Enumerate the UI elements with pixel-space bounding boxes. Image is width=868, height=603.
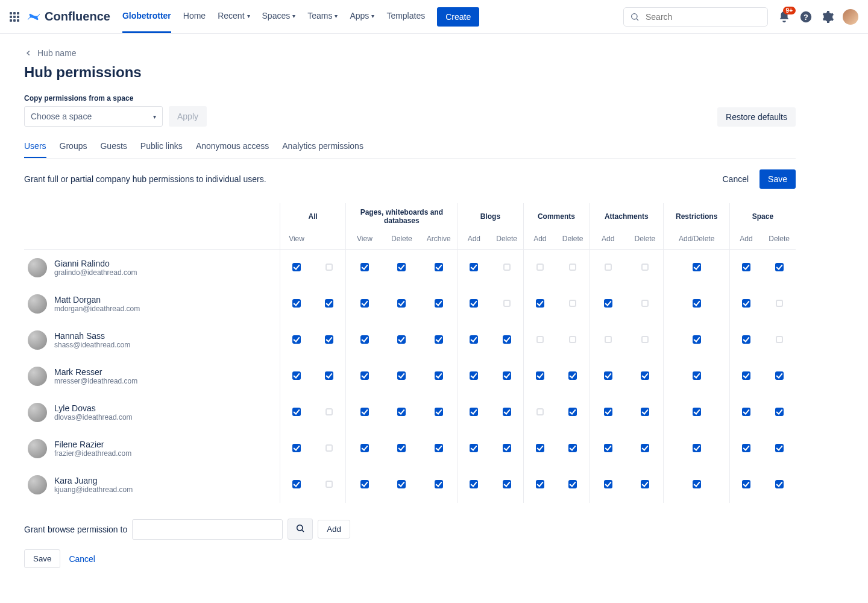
- notifications-icon[interactable]: 9+: [778, 10, 791, 24]
- permission-checkbox[interactable]: [435, 444, 443, 452]
- permission-checkbox[interactable]: [742, 480, 750, 488]
- permission-checkbox[interactable]: [503, 264, 511, 271]
- permission-checkbox[interactable]: [742, 263, 750, 271]
- permission-checkbox[interactable]: [641, 300, 649, 307]
- permission-checkbox[interactable]: [292, 299, 301, 308]
- permission-checkbox[interactable]: [470, 408, 478, 416]
- permission-checkbox[interactable]: [435, 263, 443, 271]
- permission-checkbox[interactable]: [503, 371, 511, 380]
- permission-checkbox[interactable]: [470, 263, 478, 271]
- permission-checkbox[interactable]: [641, 336, 649, 343]
- restore-defaults-button[interactable]: Restore defaults: [717, 107, 796, 127]
- permission-checkbox[interactable]: [470, 299, 478, 308]
- apply-button[interactable]: Apply: [169, 106, 207, 127]
- permission-checkbox[interactable]: [435, 480, 443, 488]
- permission-checkbox[interactable]: [568, 371, 577, 380]
- search-input[interactable]: [644, 11, 761, 22]
- permission-checkbox[interactable]: [503, 335, 511, 344]
- permission-checkbox[interactable]: [326, 408, 333, 415]
- nav-item-recent[interactable]: Recent▾: [218, 0, 250, 33]
- permission-checkbox[interactable]: [435, 335, 443, 344]
- tab-public-links[interactable]: Public links: [140, 141, 183, 158]
- permission-checkbox[interactable]: [503, 408, 511, 416]
- permission-checkbox[interactable]: [325, 335, 333, 344]
- permission-checkbox[interactable]: [536, 408, 544, 415]
- permission-checkbox[interactable]: [435, 299, 443, 308]
- permission-checkbox[interactable]: [470, 335, 478, 344]
- nav-item-apps[interactable]: Apps▾: [350, 0, 374, 33]
- grant-browse-input[interactable]: [132, 519, 283, 540]
- permission-checkbox[interactable]: [693, 444, 701, 452]
- bottom-cancel-button[interactable]: Cancel: [69, 554, 95, 564]
- permission-checkbox[interactable]: [360, 444, 369, 452]
- permission-checkbox[interactable]: [776, 336, 783, 343]
- permission-checkbox[interactable]: [360, 371, 369, 380]
- permission-checkbox[interactable]: [536, 264, 544, 271]
- permission-checkbox[interactable]: [775, 263, 784, 271]
- permission-checkbox[interactable]: [360, 408, 369, 416]
- permission-checkbox[interactable]: [605, 336, 612, 343]
- permission-checkbox[interactable]: [397, 480, 406, 488]
- nav-item-spaces[interactable]: Spaces▾: [262, 0, 296, 33]
- permission-checkbox[interactable]: [503, 300, 511, 307]
- nav-item-templates[interactable]: Templates: [386, 0, 425, 33]
- profile-avatar[interactable]: [843, 9, 858, 25]
- permission-checkbox[interactable]: [397, 371, 406, 380]
- permission-checkbox[interactable]: [435, 408, 443, 416]
- permission-checkbox[interactable]: [536, 371, 544, 380]
- permission-checkbox[interactable]: [292, 371, 301, 380]
- permission-checkbox[interactable]: [360, 263, 369, 271]
- permission-checkbox[interactable]: [776, 300, 783, 307]
- bottom-save-button[interactable]: Save: [24, 549, 60, 568]
- permission-checkbox[interactable]: [569, 300, 576, 307]
- tab-anonymous-access[interactable]: Anonymous access: [196, 141, 269, 158]
- permission-checkbox[interactable]: [568, 408, 577, 416]
- permission-checkbox[interactable]: [292, 480, 301, 488]
- permission-checkbox[interactable]: [397, 299, 406, 308]
- permission-checkbox[interactable]: [536, 480, 544, 488]
- permission-checkbox[interactable]: [693, 371, 701, 380]
- permission-checkbox[interactable]: [775, 408, 784, 416]
- nav-item-home[interactable]: Home: [183, 0, 206, 33]
- permission-checkbox[interactable]: [693, 299, 701, 308]
- grant-add-button[interactable]: Add: [318, 520, 350, 538]
- permission-checkbox[interactable]: [292, 408, 301, 416]
- app-switcher-icon[interactable]: [10, 12, 19, 22]
- permission-checkbox[interactable]: [604, 371, 612, 380]
- permission-checkbox[interactable]: [326, 481, 333, 488]
- permission-checkbox[interactable]: [604, 480, 612, 488]
- save-button[interactable]: Save: [760, 169, 796, 189]
- permission-checkbox[interactable]: [360, 299, 369, 308]
- breadcrumb[interactable]: Hub name: [24, 48, 796, 58]
- permission-checkbox[interactable]: [326, 444, 333, 452]
- permission-checkbox[interactable]: [569, 336, 576, 343]
- permission-checkbox[interactable]: [503, 480, 511, 488]
- permission-checkbox[interactable]: [536, 336, 544, 343]
- permission-checkbox[interactable]: [470, 371, 478, 380]
- permission-checkbox[interactable]: [292, 444, 301, 452]
- permission-checkbox[interactable]: [470, 480, 478, 488]
- permission-checkbox[interactable]: [503, 444, 511, 452]
- permission-checkbox[interactable]: [775, 371, 784, 380]
- choose-space-select[interactable]: Choose a space ▾: [24, 106, 163, 127]
- permission-checkbox[interactable]: [470, 444, 478, 452]
- permission-checkbox[interactable]: [641, 480, 649, 488]
- permission-checkbox[interactable]: [397, 335, 406, 344]
- permission-checkbox[interactable]: [693, 480, 701, 488]
- permission-checkbox[interactable]: [641, 371, 649, 380]
- confluence-logo[interactable]: Confluence: [27, 10, 110, 24]
- search-input-wrapper[interactable]: [623, 7, 768, 27]
- permission-checkbox[interactable]: [775, 480, 784, 488]
- create-button[interactable]: Create: [437, 7, 479, 27]
- permission-checkbox[interactable]: [397, 408, 406, 416]
- permission-checkbox[interactable]: [325, 299, 333, 308]
- permission-checkbox[interactable]: [292, 263, 301, 271]
- permission-checkbox[interactable]: [605, 264, 612, 271]
- permission-checkbox[interactable]: [742, 408, 750, 416]
- permission-checkbox[interactable]: [604, 444, 612, 452]
- permission-checkbox[interactable]: [569, 264, 576, 271]
- permission-checkbox[interactable]: [326, 264, 333, 271]
- permission-checkbox[interactable]: [775, 444, 784, 452]
- tab-analytics-permissions[interactable]: Analytics permissions: [282, 141, 363, 158]
- permission-checkbox[interactable]: [641, 264, 649, 271]
